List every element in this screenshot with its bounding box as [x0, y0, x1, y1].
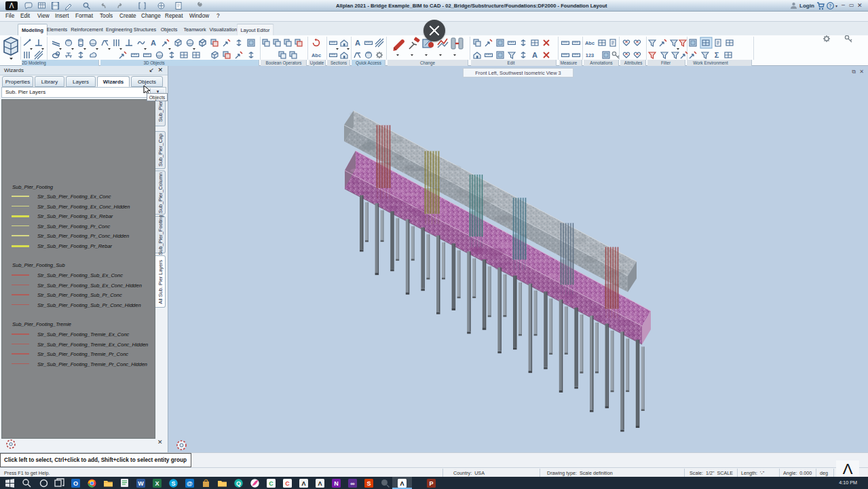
svg-text:123: 123	[586, 52, 595, 58]
svg-text:W: W	[138, 480, 144, 487]
svg-text:C: C	[285, 480, 290, 487]
svg-text:P: P	[429, 480, 433, 487]
svg-text:Q: Q	[236, 480, 241, 487]
svg-text:C: C	[269, 480, 273, 487]
svg-text:Abc: Abc	[585, 40, 595, 46]
svg-text:Abc: Abc	[312, 52, 321, 58]
svg-text:Σ: Σ	[715, 51, 719, 59]
svg-text:S: S	[366, 480, 371, 487]
svg-text:Λ: Λ	[400, 480, 404, 487]
svg-text:S: S	[171, 480, 175, 487]
svg-text:∞: ∞	[350, 480, 355, 487]
svg-text:X: X	[155, 480, 159, 487]
svg-text:A: A	[151, 39, 156, 47]
svg-text:A: A	[355, 39, 360, 47]
svg-text:?: ?	[829, 3, 831, 8]
svg-text:@: @	[187, 480, 193, 487]
svg-text:A: A	[532, 51, 537, 59]
svg-text:Λ: Λ	[301, 480, 305, 487]
svg-text:O: O	[73, 480, 78, 487]
svg-text:Λ: Λ	[318, 480, 322, 487]
svg-text:N: N	[334, 480, 339, 487]
